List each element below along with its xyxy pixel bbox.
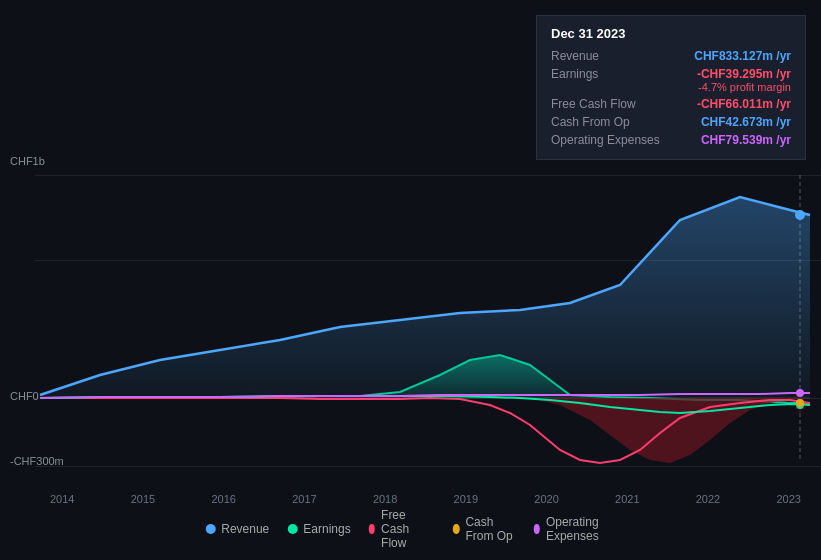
x-tick-2015: 2015 <box>131 493 155 505</box>
tooltip-value-revenue: CHF833.127m /yr <box>694 49 791 63</box>
tooltip-value-earnings: -CHF39.295m /yr <box>697 67 791 81</box>
x-tick-2022: 2022 <box>696 493 720 505</box>
tooltip-row-fcf: Free Cash Flow -CHF66.011m /yr <box>551 95 791 113</box>
x-tick-2023: 2023 <box>776 493 800 505</box>
earnings-neg-area <box>500 398 810 463</box>
chart-svg <box>0 155 821 465</box>
tooltip-panel: Dec 31 2023 Revenue CHF833.127m /yr Earn… <box>536 15 806 160</box>
legend-label-revenue: Revenue <box>221 522 269 536</box>
legend-label-cashfromop: Cash From Op <box>465 515 515 543</box>
tooltip-date: Dec 31 2023 <box>551 26 791 41</box>
grid-line-bottom <box>35 466 821 467</box>
tooltip-label-earnings: Earnings <box>551 67 598 81</box>
cashfromop-dot-2023 <box>796 399 804 407</box>
tooltip-row-opex: Operating Expenses CHF79.539m /yr <box>551 131 791 149</box>
legend-dot-fcf <box>369 524 375 534</box>
tooltip-value-opex: CHF79.539m /yr <box>701 133 791 147</box>
tooltip-label-revenue: Revenue <box>551 49 599 63</box>
tooltip-label-fcf: Free Cash Flow <box>551 97 636 111</box>
tooltip-label-opex: Operating Expenses <box>551 133 660 147</box>
legend-dot-cashfromop <box>453 524 459 534</box>
x-tick-2016: 2016 <box>211 493 235 505</box>
legend-cashfromop[interactable]: Cash From Op <box>453 515 515 543</box>
legend-label-earnings: Earnings <box>303 522 350 536</box>
legend-label-fcf: Free Cash Flow <box>381 508 435 550</box>
opex-dot-2023 <box>796 389 804 397</box>
x-axis: 2014 2015 2016 2017 2018 2019 2020 2021 … <box>35 493 816 505</box>
x-tick-2018: 2018 <box>373 493 397 505</box>
chart-legend: Revenue Earnings Free Cash Flow Cash Fro… <box>205 508 616 550</box>
tooltip-value-fcf: -CHF66.011m /yr <box>697 97 791 111</box>
tooltip-row-cashfromop: Cash From Op CHF42.673m /yr <box>551 113 791 131</box>
revenue-area <box>40 197 810 398</box>
x-tick-2014: 2014 <box>50 493 74 505</box>
tooltip-sub-margin: -4.7% profit margin <box>551 81 791 93</box>
x-tick-2017: 2017 <box>292 493 316 505</box>
x-tick-2021: 2021 <box>615 493 639 505</box>
legend-label-opex: Operating Expenses <box>546 515 616 543</box>
tooltip-value-cashfromop: CHF42.673m /yr <box>701 115 791 129</box>
legend-revenue[interactable]: Revenue <box>205 522 269 536</box>
legend-fcf[interactable]: Free Cash Flow <box>369 508 435 550</box>
tooltip-label-cashfromop: Cash From Op <box>551 115 630 129</box>
x-tick-2019: 2019 <box>454 493 478 505</box>
tooltip-row-revenue: Revenue CHF833.127m /yr <box>551 47 791 65</box>
legend-dot-revenue <box>205 524 215 534</box>
revenue-dot-2023 <box>795 210 805 220</box>
legend-opex[interactable]: Operating Expenses <box>534 515 616 543</box>
x-tick-2020: 2020 <box>534 493 558 505</box>
legend-dot-earnings <box>287 524 297 534</box>
legend-dot-opex <box>534 524 540 534</box>
legend-earnings[interactable]: Earnings <box>287 522 350 536</box>
